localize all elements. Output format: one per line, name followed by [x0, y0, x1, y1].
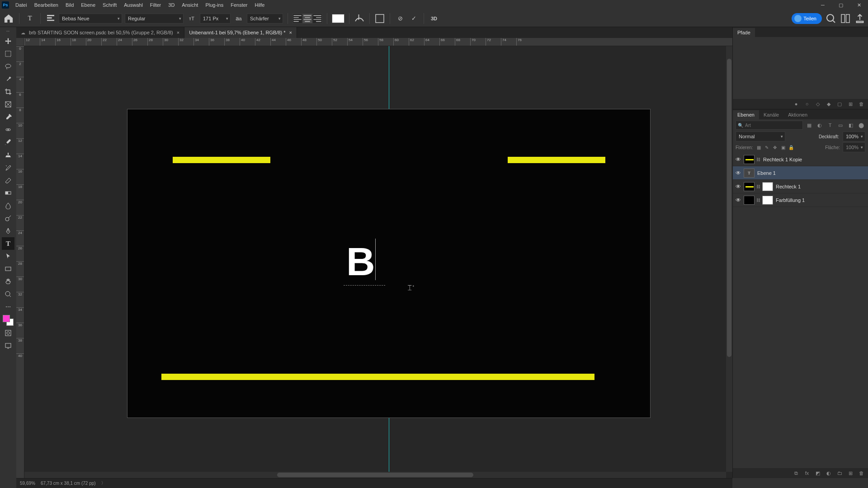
align-right-button[interactable] — [312, 14, 322, 23]
screen-mode-toggle[interactable] — [2, 339, 14, 352]
layer-mask-thumb[interactable] — [762, 182, 773, 191]
delete-layer-icon[interactable]: 🗑 — [858, 470, 864, 476]
horizontal-ruler[interactable]: 1214161820222426283032343638404244464850… — [24, 38, 732, 46]
filter-shape-icon[interactable]: ▭ — [836, 121, 844, 129]
menu-plugins[interactable]: Plug-ins — [202, 1, 227, 9]
filter-pixel-icon[interactable]: ▦ — [805, 121, 813, 129]
blend-mode-dropdown[interactable]: Normal — [736, 131, 785, 141]
filter-adjust-icon[interactable]: ◐ — [816, 121, 824, 129]
layer-thumb-text[interactable]: T — [744, 169, 755, 178]
close-tab-icon[interactable]: × — [289, 30, 292, 35]
layer-row[interactable]: 👁TEbene 1 — [733, 166, 868, 180]
fill-path-icon[interactable]: ● — [793, 101, 799, 107]
lock-artboard-icon[interactable]: ▣ — [780, 145, 786, 150]
history-brush-tool[interactable] — [2, 161, 14, 174]
menu-ansicht[interactable]: Ansicht — [178, 1, 202, 9]
layer-thumb[interactable] — [744, 196, 755, 205]
make-workpath-icon[interactable]: ◆ — [826, 101, 832, 107]
group-layers-icon[interactable]: 🗀 — [836, 470, 843, 476]
menu-filter[interactable]: Filter — [146, 1, 165, 9]
visibility-toggle[interactable]: 👁 — [735, 156, 742, 163]
info-chevron-icon[interactable]: 〉 — [101, 480, 105, 486]
layer-name[interactable]: Rechteck 1 — [776, 184, 801, 189]
character-panel-button[interactable] — [374, 13, 385, 24]
layer-search-input[interactable] — [745, 123, 801, 128]
marquee-tool[interactable] — [2, 47, 14, 60]
layer-thumb[interactable] — [744, 155, 755, 164]
filter-toggle[interactable]: ⬤ — [857, 121, 865, 129]
layer-row[interactable]: 👁⛓Farbfüllung 1 — [733, 193, 868, 207]
lock-all-icon[interactable]: 🔒 — [788, 145, 794, 150]
menu-schrift[interactable]: Schrift — [99, 1, 120, 9]
healing-brush-tool[interactable] — [2, 123, 14, 136]
lock-transparency-icon[interactable]: ▦ — [755, 145, 762, 150]
anti-alias-dropdown[interactable]: Schärfer — [247, 14, 283, 23]
lock-pixels-icon[interactable]: ✎ — [764, 145, 770, 150]
blur-tool[interactable] — [2, 199, 14, 212]
zoom-tool[interactable] — [2, 288, 14, 300]
vertical-scrollbar[interactable] — [726, 46, 732, 472]
adjustment-layer-icon[interactable]: ◐ — [826, 470, 832, 476]
font-size-input[interactable]: 171 Px — [200, 14, 231, 23]
filter-smart-icon[interactable]: ◧ — [847, 121, 855, 129]
canvas-viewport[interactable]: B ⌶⁺ — [24, 46, 732, 478]
align-left-button[interactable] — [292, 14, 302, 23]
layer-name[interactable]: Ebene 1 — [757, 170, 776, 176]
commit-edit-button[interactable]: ✓ — [408, 13, 419, 24]
link-layers-icon[interactable]: ⧉ — [793, 470, 799, 476]
document-info[interactable]: 67,73 cm x 38,1 cm (72 pp) — [41, 481, 96, 486]
layer-search[interactable]: 🔍 — [736, 121, 803, 130]
vertical-ruler[interactable]: 0246810121416182022242628303234363840 — [16, 46, 24, 478]
pen-tool[interactable] — [2, 225, 14, 237]
menu-bild[interactable]: Bild — [62, 1, 77, 9]
menu-fenster[interactable]: Fenster — [227, 1, 251, 9]
layer-mask-thumb[interactable] — [762, 196, 773, 205]
clone-stamp-tool[interactable] — [2, 149, 14, 161]
share-button[interactable]: Teilen — [792, 13, 822, 24]
lock-position-icon[interactable]: ✥ — [772, 145, 778, 150]
menu-datei[interactable]: Datei — [12, 1, 31, 9]
eraser-tool[interactable] — [2, 174, 14, 187]
menu-ebene[interactable]: Ebene — [77, 1, 99, 9]
menu-hilfe[interactable]: Hilfe — [251, 1, 268, 9]
eyedropper-tool[interactable] — [2, 111, 14, 123]
lasso-tool[interactable] — [2, 60, 14, 73]
visibility-toggle[interactable]: 👁 — [735, 183, 742, 190]
close-tab-icon[interactable]: × — [177, 30, 179, 35]
menu-bearbeiten[interactable]: Bearbeiten — [31, 1, 62, 9]
tab-pfade[interactable]: Pfade — [733, 28, 755, 37]
tab-aktionen[interactable]: Aktionen — [783, 110, 812, 119]
edit-toolbar[interactable]: ⋯ — [2, 300, 14, 313]
doc-tab-2[interactable]: Unbenannt-1 bei 59,7% (Ebene 1, RGB/8) *… — [184, 27, 297, 38]
workspace-switcher[interactable] — [840, 13, 851, 24]
text-orientation-toggle[interactable] — [45, 13, 56, 24]
stroke-path-icon[interactable]: ○ — [804, 101, 810, 107]
new-path-icon[interactable]: ⊞ — [847, 101, 854, 107]
canvas[interactable]: B — [127, 109, 650, 418]
ruler-origin[interactable] — [16, 38, 24, 46]
scrollbar-thumb[interactable] — [727, 59, 731, 357]
cancel-edit-button[interactable]: ⊘ — [395, 13, 406, 24]
layer-row[interactable]: 👁⛓Rechteck 1 Kopie — [733, 153, 868, 166]
align-center-button[interactable] — [302, 14, 312, 23]
load-selection-icon[interactable]: ◇ — [815, 101, 821, 107]
new-layer-icon[interactable]: ⊞ — [847, 470, 854, 476]
delete-path-icon[interactable]: 🗑 — [858, 101, 864, 107]
opacity-input[interactable]: 100% — [843, 131, 865, 141]
menu-3d[interactable]: 3D — [165, 1, 178, 9]
search-button[interactable] — [826, 13, 836, 24]
close-button[interactable]: ✕ — [850, 0, 868, 10]
zoom-level[interactable]: 59,69% — [20, 481, 35, 486]
rectangle-tool[interactable] — [2, 263, 14, 275]
add-mask-icon[interactable]: ◩ — [815, 470, 821, 476]
layer-name[interactable]: Farbfüllung 1 — [776, 197, 805, 203]
text-layer-editing[interactable]: B — [346, 239, 385, 284]
brush-tool[interactable] — [2, 136, 14, 149]
3d-text-button[interactable]: 3D — [429, 13, 439, 24]
font-style-dropdown[interactable]: Regular — [125, 14, 184, 23]
warp-text-button[interactable] — [354, 13, 365, 24]
scrollbar-thumb[interactable] — [277, 473, 474, 477]
type-tool[interactable]: T — [2, 237, 14, 250]
horizontal-scrollbar[interactable] — [24, 472, 726, 478]
layer-row[interactable]: 👁⛓Rechteck 1 — [733, 180, 868, 193]
